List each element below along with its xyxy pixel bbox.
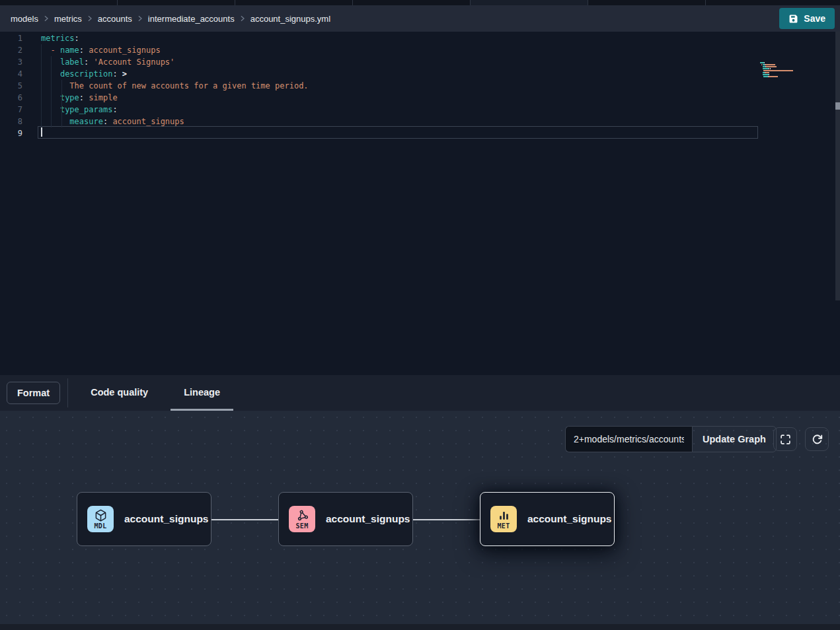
- code-line[interactable]: 3 label: 'Account Signups': [0, 56, 840, 68]
- top-tab[interactable]: [118, 0, 235, 5]
- top-tab-strip: [0, 0, 840, 5]
- refresh-graph-button[interactable]: [805, 427, 829, 451]
- chevron-right-icon: [87, 15, 93, 22]
- lineage-edge: [211, 519, 278, 520]
- node-label: account_signups: [326, 513, 410, 525]
- code-line[interactable]: 7 type_params:: [0, 104, 840, 116]
- breadcrumb-item[interactable]: models: [11, 14, 38, 24]
- lineage-canvas[interactable]: Update Graph MDLaccount_signupsSEMaccoun…: [0, 411, 840, 630]
- lineage-node-sem[interactable]: SEMaccount_signups: [278, 492, 413, 546]
- lineage-node-mdl[interactable]: MDLaccount_signups: [77, 492, 211, 546]
- node-type-label: MDL: [95, 522, 107, 530]
- top-tab[interactable]: [0, 0, 118, 5]
- format-button[interactable]: Format: [7, 382, 60, 404]
- code-line[interactable]: 1metrics:: [0, 32, 840, 44]
- line-number: 4: [0, 68, 22, 80]
- line-number: 1: [0, 32, 22, 44]
- chevron-right-icon: [239, 15, 246, 22]
- metric-bars-icon: MET: [490, 506, 517, 532]
- semantic-model-icon: SEM: [289, 506, 315, 532]
- top-tab[interactable]: [235, 0, 353, 5]
- save-floppy-icon: [788, 14, 798, 24]
- tab-code-quality[interactable]: Code quality: [77, 375, 161, 411]
- breadcrumb-item[interactable]: account_signups.yml: [250, 14, 330, 24]
- breadcrumb-item[interactable]: metrics: [54, 14, 82, 24]
- node-label: account_signups: [527, 513, 611, 525]
- line-number: 5: [0, 80, 22, 92]
- cube-icon: MDL: [87, 506, 114, 532]
- canvas-bottom-strip: [0, 624, 840, 630]
- indent-guide: [51, 56, 52, 127]
- update-graph-button[interactable]: Update Graph: [692, 426, 777, 452]
- breadcrumb-item[interactable]: intermediate_accounts: [148, 14, 235, 24]
- bottom-panel-tabbar: Format Code qualityLineage: [0, 375, 840, 411]
- lineage-filter-input[interactable]: [565, 426, 692, 452]
- chevron-right-icon: [137, 15, 143, 22]
- top-tab[interactable]: [706, 0, 840, 5]
- line-number: 3: [0, 56, 22, 68]
- top-tab[interactable]: [471, 0, 588, 5]
- code-text: metrics:: [41, 32, 79, 44]
- node-type-label: SEM: [296, 522, 309, 530]
- code-line[interactable]: 6 type: simple: [0, 92, 840, 104]
- fullscreen-icon: [780, 434, 791, 445]
- tab-lineage[interactable]: Lineage: [171, 375, 233, 411]
- refresh-icon: [812, 434, 823, 445]
- line-number: 8: [0, 116, 22, 127]
- indent-guide: [61, 80, 62, 127]
- line-number: 6: [0, 92, 22, 104]
- code-line[interactable]: 2 - name: account_signups: [0, 44, 840, 56]
- text-cursor: [41, 127, 42, 137]
- breadcrumb-bar: modelsmetricsaccountsintermediate_accoun…: [0, 5, 840, 32]
- node-type-label: MET: [498, 522, 510, 530]
- code-text: type_params:: [41, 104, 118, 116]
- code-line[interactable]: 5 The count of new accounts for a given …: [0, 80, 840, 92]
- active-line-highlight: [38, 126, 758, 139]
- line-number: 7: [0, 104, 22, 116]
- code-text: label: 'Account Signups': [41, 56, 174, 68]
- code-editor[interactable]: 1metrics:2 - name: account_signups3 labe…: [0, 32, 840, 375]
- breadcrumb: modelsmetricsaccountsintermediate_accoun…: [11, 14, 330, 24]
- lineage-node-met[interactable]: METaccount_signups: [480, 492, 615, 546]
- save-button[interactable]: Save: [779, 8, 835, 29]
- lineage-controls: Update Graph: [565, 426, 777, 452]
- code-text: type: simple: [41, 92, 118, 104]
- code-text: - name: account_signups: [41, 44, 161, 56]
- indent-guide: [41, 44, 42, 127]
- lineage-edge: [413, 519, 480, 520]
- code-text: description: >: [41, 68, 127, 80]
- save-button-label: Save: [804, 13, 825, 24]
- top-tab[interactable]: [353, 0, 471, 5]
- editor-scrollbar[interactable]: [835, 32, 840, 300]
- chevron-right-icon: [43, 15, 50, 22]
- node-label: account_signups: [124, 513, 208, 525]
- minimap[interactable]: [760, 62, 801, 80]
- line-number: 9: [0, 127, 22, 139]
- breadcrumb-item[interactable]: accounts: [98, 14, 132, 24]
- editor-scrollbar-thumb[interactable]: [835, 102, 840, 110]
- fullscreen-button[interactable]: [773, 427, 797, 451]
- line-number: 2: [0, 44, 22, 56]
- top-tab[interactable]: [588, 0, 706, 5]
- code-line[interactable]: 4 description: >: [0, 68, 840, 80]
- code-text: The count of new accounts for a given ti…: [41, 80, 309, 92]
